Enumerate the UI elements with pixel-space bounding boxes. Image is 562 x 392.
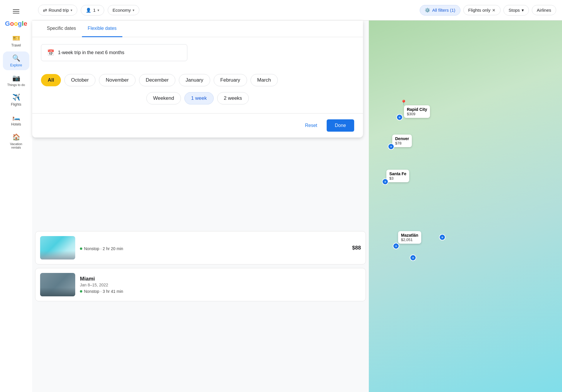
month-chip-march[interactable]: March [251, 74, 278, 86]
map-label-mazatlan[interactable]: Mazatlán $2,051 [398, 231, 421, 244]
calendar-icon: 📅 [47, 49, 54, 56]
specific-dates-tab[interactable]: Specific dates [41, 20, 82, 37]
sidebar-item-travel[interactable]: 🎫 Travel [3, 32, 29, 50]
month-chip-all[interactable]: All [41, 74, 61, 86]
sidebar-item-vacation-rentals[interactable]: 🏠 Vacation rentals [3, 130, 29, 152]
flexible-dates-tab[interactable]: Flexible dates [82, 20, 123, 37]
nonstop-dot [80, 290, 82, 293]
result-image [40, 236, 75, 259]
map-marker-2: ✈ [388, 143, 394, 150]
duration-chip-1week[interactable]: 1 week [184, 92, 214, 104]
flights-only-label: Flights only [468, 8, 491, 13]
economy-chevron: ▾ [133, 8, 134, 12]
map-label-denver[interactable]: Denver $78 [392, 135, 412, 147]
explore-icon: 🔍 [12, 54, 20, 62]
stops-chip[interactable]: Stops ▾ [503, 5, 529, 16]
result-dates: Jan 8–15, 2022 [80, 283, 356, 287]
sidebar-item-label: Hotels [11, 122, 21, 126]
result-flight-info: Nonstop · 2 hr 20 min [80, 246, 347, 251]
round-trip-button[interactable]: ⇄ Round trip ▾ [38, 5, 77, 16]
economy-label: Economy [113, 8, 131, 13]
topbar: ⇄ Round trip ▾ 👤 1 ▾ Economy ▾ ⚙️ All fi… [32, 0, 562, 20]
duration-chip-weekend[interactable]: Weekend [146, 92, 181, 104]
nonstop-dot [80, 247, 82, 250]
sidebar-item-label: Travel [11, 43, 21, 47]
passengers-label: 1 [93, 8, 95, 13]
round-trip-icon: ⇄ [43, 7, 47, 13]
sidebar-item-hotels[interactable]: 🛏️ Hotels [3, 111, 29, 129]
result-flight-info: Nonstop · 3 hr 41 min [80, 289, 356, 294]
map-marker-3: ✈ [382, 178, 388, 185]
airlines-label: Airlines [537, 8, 551, 13]
reset-button[interactable]: Reset [300, 120, 322, 131]
month-chip-january[interactable]: January [179, 74, 210, 86]
airlines-chip[interactable]: Airlines [532, 5, 556, 15]
topbar-controls: ⇄ Round trip ▾ 👤 1 ▾ Economy ▾ [38, 5, 414, 16]
sidebar-item-label: Flights [11, 102, 21, 106]
result-info: Nonstop · 2 hr 20 min [80, 245, 347, 251]
result-image [40, 273, 75, 296]
stops-chevron: ▾ [522, 8, 524, 13]
round-trip-label: Round trip [49, 8, 69, 13]
filter-chips: ⚙️ All filters (1) Flights only ✕ Stops … [420, 5, 556, 16]
result-price: $88 [352, 245, 361, 251]
map-label-santa-fe[interactable]: Santa Fe $3 [386, 170, 409, 182]
person-icon: 👤 [86, 8, 91, 13]
duration-chip-2weeks[interactable]: 2 weeks [217, 92, 249, 104]
stops-label: Stops [508, 8, 520, 13]
map-label-rapid-city[interactable]: Rapid City $309 [404, 105, 430, 118]
vacation-rentals-icon: 🏠 [12, 133, 20, 141]
modal-footer: Reset Done [32, 113, 363, 137]
sidebar-item-flights[interactable]: ✈️ Flights [3, 91, 29, 109]
flights-only-close-icon[interactable]: ✕ [492, 8, 496, 13]
trip-input-box[interactable]: 📅 1-week trip in the next 6 months [41, 44, 187, 61]
result-info: Miami Jan 8–15, 2022 Nonstop · 3 hr 41 m… [80, 276, 356, 294]
sidebar-item-things-to-do[interactable]: 📷 Things to do [3, 71, 29, 90]
map-marker-1: ✈ [396, 114, 403, 121]
sidebar-item-label: Vacation rentals [5, 142, 27, 149]
selector-area: All October November December January Fe… [32, 68, 363, 113]
menu-button[interactable] [9, 5, 23, 18]
passengers-button[interactable]: 👤 1 ▾ [81, 5, 104, 16]
sidebar-item-explore[interactable]: 🔍 Explore [3, 51, 29, 70]
map-marker-5: ✈ [410, 255, 416, 261]
month-chip-december[interactable]: December [139, 74, 175, 86]
trip-input-value: 1-week trip in the next 6 months [58, 50, 124, 55]
flights-icon: ✈️ [12, 94, 20, 101]
economy-button[interactable]: Economy ▾ [108, 5, 140, 15]
hotels-icon: 🛏️ [12, 114, 20, 121]
month-chip-november[interactable]: November [99, 74, 135, 86]
month-chip-february[interactable]: February [214, 74, 247, 86]
sidebar: Google 🎫 Travel 🔍 Explore 📷 Things to do… [0, 0, 32, 392]
map-area: Rapid City $309 📍 Denver $78 Santa Fe $3… [369, 0, 562, 392]
result-card[interactable]: Miami Jan 8–15, 2022 Nonstop · 3 hr 41 m… [35, 268, 366, 301]
month-chip-october[interactable]: October [64, 74, 95, 86]
done-button[interactable]: Done [327, 119, 354, 132]
sidebar-item-label: Things to do [7, 83, 25, 87]
results-area: Nonstop · 2 hr 20 min $88 Miami Jan 8–15… [32, 228, 369, 308]
duration-row: Weekend 1 week 2 weeks [41, 92, 354, 104]
trip-input-area: 📅 1-week trip in the next 6 months [32, 37, 363, 68]
map-marker-6: ✈ [439, 234, 446, 240]
camera-icon: 📷 [12, 74, 20, 82]
result-card[interactable]: Nonstop · 2 hr 20 min $88 [35, 231, 366, 264]
map-pin-1: 📍 [400, 99, 407, 106]
filter-icon: ⚙️ [425, 8, 430, 13]
date-tabs: Specific dates Flexible dates [32, 20, 363, 37]
all-filters-chip[interactable]: ⚙️ All filters (1) [420, 5, 460, 16]
months-row: All October November December January Fe… [41, 74, 354, 86]
travel-icon: 🎫 [12, 35, 20, 42]
passengers-chevron: ▾ [97, 8, 99, 12]
all-filters-label: All filters (1) [432, 8, 455, 13]
map-marker-4: ✈ [393, 243, 399, 249]
round-trip-chevron: ▾ [71, 8, 72, 12]
sidebar-item-label: Explore [10, 63, 22, 67]
result-city: Miami [80, 276, 356, 282]
flights-only-chip[interactable]: Flights only ✕ [463, 5, 501, 15]
date-modal: Specific dates Flexible dates 📅 1-week t… [32, 20, 363, 137]
